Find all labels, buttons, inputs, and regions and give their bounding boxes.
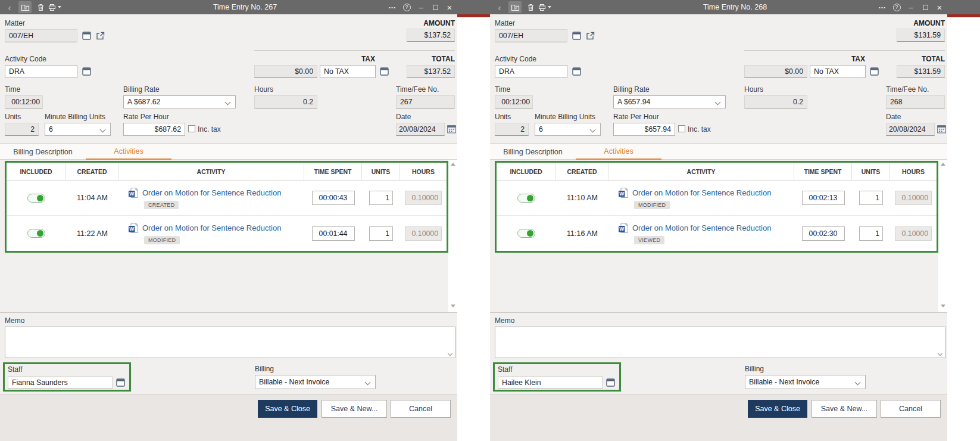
staff-picker-button[interactable] [606,378,616,387]
activity-link[interactable]: Order on Motion for Sentence Reduction [632,188,771,197]
delete-button[interactable] [523,0,538,14]
time-entry-form: Matter 007/EH AMOUNT $131.59 Activity Co… [490,14,947,441]
panel-scrollbar[interactable] [448,160,457,312]
memo-scroll-icon[interactable] [448,351,452,356]
matter-folder-button[interactable]: M [508,1,522,13]
activity-code-field[interactable]: DRA [495,65,567,78]
time-spent-field[interactable]: 00:02:13 [802,191,845,205]
more-options-button[interactable]: … [385,0,400,14]
included-toggle[interactable] [517,229,535,238]
delete-button[interactable] [33,0,48,14]
hours-field: 0.2 [744,95,807,108]
units-field[interactable]: 1 [369,191,393,205]
matter-picker-button[interactable] [572,31,582,41]
activity-code-picker-button[interactable] [572,67,582,76]
col-created: CREATED [66,163,118,180]
cancel-button[interactable]: Cancel [391,400,451,418]
trash-icon [528,4,534,11]
rate-per-hour-field[interactable]: $657.94 [613,123,675,136]
scroll-up-icon[interactable] [451,163,455,166]
activity-link[interactable]: Order on Motion for Sentence Reduction [632,223,771,232]
external-link-icon [96,32,105,40]
date-field: 20/08/2024 [396,123,445,136]
print-button[interactable] [538,0,552,14]
units-field[interactable]: 1 [859,191,883,205]
print-dropdown-caret-icon[interactable] [58,6,61,8]
maximize-button[interactable] [918,0,932,14]
status-badge: CREATED [144,201,179,209]
date-calendar-button[interactable] [447,124,457,133]
cancel-button[interactable]: Cancel [881,400,941,418]
print-button[interactable] [48,0,62,14]
matter-folder-button[interactable]: M [18,1,32,13]
inc-tax-checkbox[interactable] [188,125,195,132]
scroll-down-icon[interactable] [941,305,945,308]
billing-rate-select[interactable]: A $657.94 [613,95,726,108]
billing-rate-select[interactable]: A $687.62 [123,95,236,108]
matter-picker-button[interactable] [82,31,92,41]
help-button[interactable]: ? [400,0,414,14]
back-button[interactable]: ‹ [492,0,507,14]
matter-open-button[interactable] [585,31,595,41]
background-edge [947,14,980,17]
save-close-button[interactable]: Save & Close [258,400,317,418]
rate-per-hour-field[interactable]: $687.62 [123,123,185,136]
hours-label: Hours [744,85,763,94]
titlebar-right-actions: … ? – × [385,0,457,14]
memo-input[interactable] [5,327,455,358]
billing-select[interactable]: Billable - Next Invoice [255,375,376,389]
col-included: INCLUDED [7,163,66,180]
included-toggle[interactable] [27,229,45,238]
minimize-button[interactable]: – [904,0,918,14]
close-button[interactable]: × [442,0,457,14]
units-field[interactable]: 1 [369,226,393,241]
minimize-button[interactable]: – [414,0,428,14]
panel-scrollbar[interactable] [938,160,947,312]
more-options-button[interactable]: … [875,0,890,14]
close-button[interactable]: × [932,0,947,14]
tax-picker-button[interactable] [379,67,389,76]
billing-rate-label: Billing Rate [123,85,160,94]
help-button[interactable]: ? [890,0,904,14]
time-spent-field[interactable]: 00:01:44 [312,226,355,241]
tax-code-field[interactable]: No TAX [810,65,866,78]
back-button[interactable]: ‹ [2,0,17,14]
staff-picker-button[interactable] [116,378,126,387]
tax-picker-button[interactable] [869,67,879,76]
minute-billing-units-select[interactable]: 6 [535,123,601,136]
tab-activities[interactable]: Activities [576,144,661,160]
included-toggle[interactable] [27,194,45,203]
time-spent-field[interactable]: 00:00:43 [312,191,355,205]
minute-billing-units-value: 6 [49,125,53,133]
inc-tax-checkbox[interactable] [678,125,685,132]
activity-link[interactable]: Order on Motion for Sentence Reduction [142,188,281,197]
maximize-button[interactable] [428,0,442,14]
staff-field[interactable]: Fianna Saunders [8,376,113,389]
included-toggle[interactable] [517,194,535,203]
activity-code-picker-button[interactable] [82,67,92,76]
time-spent-field[interactable]: 00:02:30 [802,226,845,241]
col-hours: HOURS [890,163,937,180]
save-new-button[interactable]: Save & New... [812,400,877,418]
units-field[interactable]: 1 [859,226,883,241]
save-new-button[interactable]: Save & New... [322,400,387,418]
minute-billing-units-select[interactable]: 6 [45,123,111,136]
tab-billing-description[interactable]: Billing Description [490,144,576,160]
date-calendar-button[interactable] [937,124,947,133]
save-close-button[interactable]: Save & Close [748,400,807,418]
memo-scroll-icon[interactable] [938,351,942,356]
matter-open-button[interactable] [95,31,105,41]
activity-link[interactable]: Order on Motion for Sentence Reduction [142,223,281,232]
scroll-up-icon[interactable] [941,163,945,166]
tab-billing-description[interactable]: Billing Description [0,144,86,160]
scroll-down-icon[interactable] [451,305,455,308]
tab-activities[interactable]: Activities [86,144,171,160]
print-dropdown-caret-icon[interactable] [548,6,551,8]
tax-code-field[interactable]: No TAX [320,65,376,78]
memo-input[interactable] [495,327,945,358]
billing-select[interactable]: Billable - Next Invoice [745,375,866,389]
svg-text:M: M [514,7,517,10]
activity-code-field[interactable]: DRA [5,65,77,78]
staff-field[interactable]: Hailee Klein [498,376,603,389]
svg-text:W: W [129,191,135,197]
